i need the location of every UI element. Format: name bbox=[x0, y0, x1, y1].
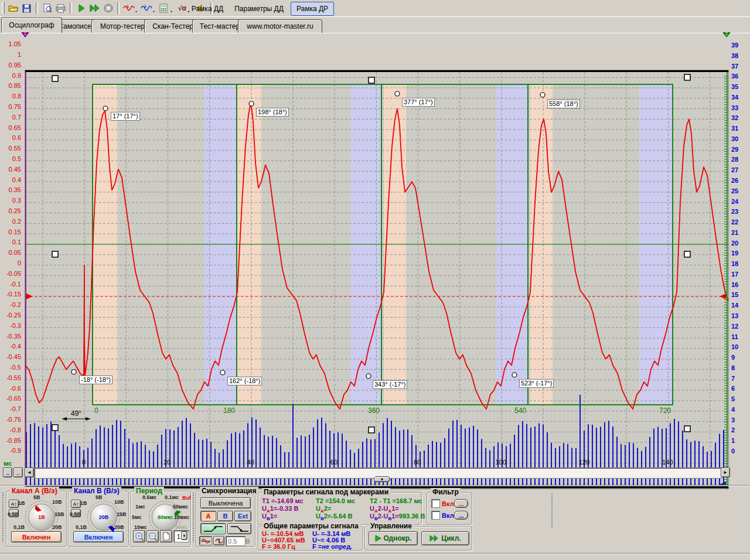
channel-a-enabled-button[interactable]: Включен bbox=[11, 531, 62, 542]
left-axis-tick: 0.6 bbox=[0, 135, 21, 141]
filter-a-row: Вкл bbox=[431, 499, 454, 509]
annotation-marker[interactable] bbox=[395, 91, 400, 96]
sync-window-mode-button[interactable] bbox=[213, 536, 224, 545]
print-preview-icon[interactable] bbox=[40, 2, 54, 15]
filter-title: Фильтр bbox=[431, 488, 461, 496]
ramka-dd-button[interactable]: Рамка ДД bbox=[189, 3, 226, 15]
channel-a-knob[interactable]: 1В bbox=[28, 504, 55, 531]
frame-resize-handle[interactable] bbox=[684, 426, 690, 432]
calculator-icon[interactable] bbox=[157, 2, 175, 15]
print-icon[interactable] bbox=[54, 2, 67, 15]
run-cycle-button[interactable]: Цикл. bbox=[421, 531, 469, 545]
annotation-marker[interactable] bbox=[220, 370, 225, 375]
left-axis-tick: -0.1 bbox=[0, 281, 21, 288]
right-axis-tick: 33 bbox=[731, 105, 738, 111]
scroll-right-button[interactable]: ► bbox=[721, 467, 730, 477]
zoom-ratio-dropdown[interactable]: ▼ bbox=[181, 531, 188, 540]
collapse-panel-button[interactable]: ▼ bbox=[374, 476, 390, 482]
signal-b-settings-icon[interactable] bbox=[139, 2, 157, 15]
open-folder-icon[interactable] bbox=[6, 2, 20, 15]
sync-level-input[interactable]: 0.5 bbox=[226, 536, 246, 546]
run-icon[interactable] bbox=[74, 2, 88, 15]
right-axis-tick: 20 bbox=[731, 240, 738, 247]
x-axis-tick: 20 bbox=[158, 459, 176, 466]
right-axis-tick: 23 bbox=[731, 209, 738, 215]
save-icon[interactable] bbox=[20, 2, 33, 15]
sync-source-ext-button[interactable]: Ext bbox=[234, 511, 251, 521]
frame-resize-handle[interactable] bbox=[369, 77, 374, 83]
sync-level-mode-button[interactable] bbox=[199, 536, 212, 545]
signal-a-settings-icon[interactable] bbox=[122, 2, 139, 15]
common-param-value: F = 36.0 Гц bbox=[262, 543, 295, 550]
filter-a-more-button[interactable]: ... bbox=[454, 499, 468, 508]
sync-group: Синхронизация Выключена А В Ext 0.5 В bbox=[196, 491, 255, 547]
filter-b-checkbox[interactable] bbox=[431, 511, 440, 520]
toolbar-grip[interactable] bbox=[2, 2, 5, 14]
plot-area[interactable]: 0180360540720 17° (17°)198° (18°)377° (1… bbox=[25, 70, 729, 489]
marker-2-goto-button[interactable]: .. bbox=[13, 467, 23, 477]
dial-label: 0,1В bbox=[13, 524, 25, 530]
parametry-dd-button[interactable]: Параметры ДД bbox=[232, 3, 286, 15]
tab-осциллограф[interactable]: Осциллограф bbox=[1, 17, 62, 33]
sync-falling-edge-button[interactable] bbox=[227, 523, 251, 534]
annotation-marker[interactable] bbox=[71, 370, 76, 374]
dial-label: 5В bbox=[33, 494, 40, 500]
dial-label: 5В bbox=[96, 494, 103, 500]
frame-resize-handle[interactable] bbox=[369, 427, 374, 433]
new-page-button[interactable] bbox=[160, 530, 172, 542]
marker-params-title: Параметры сигнала под маркерами bbox=[262, 488, 390, 496]
zero-arrow-left[interactable] bbox=[26, 293, 33, 299]
channel-a-auto-button-1[interactable]: A↕ bbox=[9, 500, 19, 508]
x-axis-tick: 0 bbox=[75, 459, 93, 466]
tab-www.motor-master.ru[interactable]: www.motor-master.ru bbox=[238, 19, 322, 33]
annotation-marker[interactable] bbox=[366, 374, 371, 378]
channel-a-value: 1В bbox=[38, 514, 45, 520]
right-axis-tick: 13 bbox=[731, 313, 738, 319]
right-axis-tick: 37 bbox=[731, 63, 738, 70]
period-group: Период Buf 60мкс 1:1 ▼ 10мс5мс1мс0.5мс0.… bbox=[130, 491, 191, 547]
frame-resize-handle[interactable] bbox=[684, 74, 690, 80]
marker-1-number: 1 bbox=[24, 32, 26, 36]
channel-b-enabled-button[interactable]: Включен bbox=[73, 531, 124, 542]
scroll-left-button[interactable]: ◄ bbox=[25, 467, 34, 477]
control-panel: Канал А (В/э) A↕ A↕ 1В Включен 0,1В0,5В1… bbox=[0, 486, 750, 552]
channel-b-auto-button-1[interactable]: A↕ bbox=[71, 500, 81, 508]
panel-grip[interactable] bbox=[192, 492, 195, 542]
annotation-marker[interactable] bbox=[540, 93, 545, 97]
filter-a-checkbox[interactable] bbox=[431, 499, 440, 508]
run-fast-icon[interactable] bbox=[88, 2, 101, 15]
marker-1-goto-button[interactable]: .. bbox=[3, 467, 12, 477]
sync-source-a-button[interactable]: А bbox=[200, 511, 216, 521]
run-cycle-label: Цикл. bbox=[441, 534, 461, 542]
annotation-marker[interactable] bbox=[249, 101, 254, 106]
sync-source-b-button[interactable]: В bbox=[217, 511, 233, 521]
panel-grip[interactable] bbox=[551, 493, 553, 528]
right-axis-tick: 32 bbox=[731, 115, 738, 121]
filter-b-more-button[interactable]: ... bbox=[454, 511, 468, 520]
zoom-in-button[interactable] bbox=[133, 530, 145, 542]
sync-off-button[interactable]: Выключена bbox=[200, 497, 251, 508]
zoom-out-button[interactable] bbox=[146, 530, 159, 542]
common-params-title: Общие параметры сигнала bbox=[262, 522, 360, 530]
run-single-label: Однокр. bbox=[384, 534, 412, 542]
channel-b-title: Канал В (В/э) bbox=[72, 487, 121, 495]
annotation-marker[interactable] bbox=[103, 106, 108, 111]
left-axis-tick: 0.85 bbox=[0, 83, 21, 89]
frame-resize-handle[interactable] bbox=[52, 251, 58, 257]
dial-label: 0,5В bbox=[70, 511, 81, 517]
stop-icon[interactable] bbox=[101, 2, 115, 15]
panel-grip[interactable] bbox=[2, 492, 4, 542]
frame-resize-handle[interactable] bbox=[52, 76, 58, 81]
run-single-button[interactable]: Однокр. bbox=[369, 531, 418, 545]
control-title: Управление bbox=[369, 522, 414, 530]
sync-rising-edge-button[interactable] bbox=[200, 523, 226, 534]
left-axis-tick: 0.7 bbox=[0, 114, 21, 121]
toolbar-separator bbox=[70, 2, 72, 14]
annotation-marker[interactable] bbox=[512, 373, 517, 377]
ramka-dr-button[interactable]: Рамка ДР bbox=[291, 2, 334, 16]
dial-label: 0,1В bbox=[76, 524, 87, 530]
annotation-label: 343° (-17°) bbox=[373, 380, 407, 389]
frame-resize-handle[interactable] bbox=[52, 425, 58, 431]
frame-resize-handle[interactable] bbox=[684, 251, 690, 257]
dial-label: 5мкс bbox=[175, 524, 188, 530]
